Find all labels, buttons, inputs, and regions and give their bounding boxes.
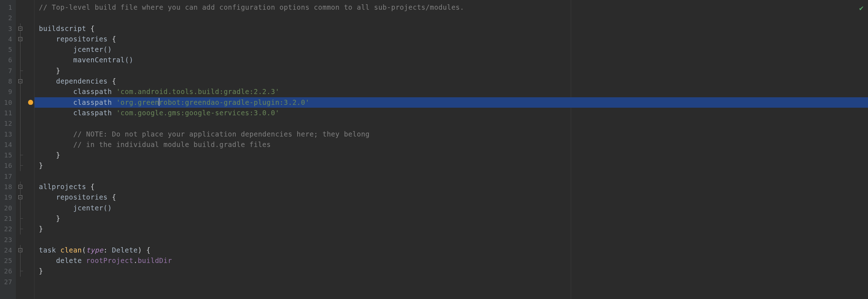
line-number: 12 xyxy=(0,118,16,129)
token: jcenter() xyxy=(73,204,112,212)
token: ) xyxy=(138,246,146,254)
line-number: 3 xyxy=(0,23,16,34)
token: Delete xyxy=(112,246,138,254)
line-number: 22 xyxy=(0,224,16,234)
token: clean xyxy=(60,246,82,254)
token: } xyxy=(39,225,43,233)
line-number: 16 xyxy=(0,160,16,171)
token: dependencies xyxy=(56,77,112,85)
line-number: 26 xyxy=(0,266,16,276)
code-line xyxy=(35,118,868,129)
line-number: 23 xyxy=(0,235,16,245)
token: delete xyxy=(56,256,86,264)
comment-text: // in the individual module build.gradle… xyxy=(73,140,271,148)
line-number: 27 xyxy=(0,277,16,287)
line-number: 11 xyxy=(0,108,16,118)
line-number: 14 xyxy=(0,139,16,150)
fold-gutter xyxy=(16,0,35,299)
code-line: repositories { xyxy=(35,34,868,44)
token: task xyxy=(39,246,60,254)
code-line: delete rootProject.buildDir xyxy=(35,255,868,266)
code-line: task clean(type: Delete) { xyxy=(35,245,868,255)
line-number: 19 xyxy=(0,192,16,202)
line-number: 7 xyxy=(0,66,16,76)
code-line: } xyxy=(35,160,868,171)
code-line: } xyxy=(35,224,868,234)
code-line: mavenCentral() xyxy=(35,55,868,65)
line-number: 4 xyxy=(0,34,16,44)
comment-text: // NOTE: Do not place your application d… xyxy=(73,130,370,138)
token: { xyxy=(90,24,95,32)
fold-toggle-icon[interactable] xyxy=(18,37,22,41)
code-line: // NOTE: Do not place your application d… xyxy=(35,129,868,139)
code-line: allprojects { xyxy=(35,182,868,192)
code-line: jcenter() xyxy=(35,44,868,55)
string-token: 'org.green xyxy=(116,98,159,106)
token: rootProject xyxy=(86,256,133,264)
intention-bulb-icon[interactable] xyxy=(28,100,33,105)
token: } xyxy=(56,67,60,75)
fold-toggle-icon[interactable] xyxy=(18,248,22,252)
line-number: 17 xyxy=(0,171,16,182)
line-number: 5 xyxy=(0,44,16,55)
token: } xyxy=(56,151,60,159)
code-line: } xyxy=(35,66,868,76)
fold-toggle-icon[interactable] xyxy=(18,79,22,83)
token: { xyxy=(90,183,95,191)
code-line: } xyxy=(35,213,868,224)
token: { xyxy=(112,77,116,85)
line-number: 1 xyxy=(0,2,16,13)
line-number: 20 xyxy=(0,203,16,213)
code-line xyxy=(35,171,868,182)
token: mavenCentral() xyxy=(73,56,134,64)
token: { xyxy=(146,246,151,254)
code-line: } xyxy=(35,150,868,160)
line-number: 2 xyxy=(0,13,16,23)
token: classpath xyxy=(73,88,116,95)
token: jcenter() xyxy=(73,45,112,53)
string-token: 'com.google.gms:google-services:3.0.0' xyxy=(116,109,280,117)
code-line xyxy=(35,235,868,245)
fold-toggle-icon[interactable] xyxy=(18,27,22,31)
string-token: 'com.android.tools.build:gradle:2.2.3' xyxy=(116,88,280,95)
code-line: dependencies { xyxy=(35,76,868,86)
token: { xyxy=(112,35,116,43)
token: : xyxy=(103,246,112,254)
code-area[interactable]: ✔ // Top-level build file where you can … xyxy=(35,0,868,299)
token: } xyxy=(56,214,60,222)
line-number: 8 xyxy=(0,76,16,86)
line-number: 18 xyxy=(0,182,16,192)
line-number: 21 xyxy=(0,213,16,224)
code-line xyxy=(35,13,868,23)
code-line: // in the individual module build.gradle… xyxy=(35,139,868,150)
fold-toggle-icon[interactable] xyxy=(18,185,22,189)
line-number: 9 xyxy=(0,86,16,97)
fold-toggle-icon[interactable] xyxy=(18,195,22,199)
line-number: 25 xyxy=(0,255,16,266)
code-line: classpath 'com.google.gms:google-service… xyxy=(35,108,868,118)
string-token: robot:greendao-gradle-plugin:3.2.0' xyxy=(159,98,309,106)
code-line: // Top-level build file where you can ad… xyxy=(35,2,868,13)
token: repositories xyxy=(56,193,112,201)
token: buildscript xyxy=(39,24,90,32)
code-line: jcenter() xyxy=(35,203,868,213)
line-number: 24 xyxy=(0,245,16,255)
line-number: 6 xyxy=(0,55,16,65)
token: type xyxy=(86,246,103,254)
token: } xyxy=(39,267,43,275)
code-line-selected: classpath 'org.greenrobot:greendao-gradl… xyxy=(35,97,868,108)
code-line: buildscript { xyxy=(35,23,868,34)
code-line: } xyxy=(35,266,868,276)
code-editor[interactable]: 1 2 3 4 5 6 7 8 9 10 11 12 13 14 15 16 1… xyxy=(0,0,868,299)
line-number: 13 xyxy=(0,129,16,139)
token: allprojects xyxy=(39,183,90,191)
token: classpath xyxy=(73,98,116,106)
token: repositories xyxy=(56,35,112,43)
token: ( xyxy=(82,246,86,254)
token: } xyxy=(39,161,43,169)
code-line xyxy=(35,277,868,287)
token: . xyxy=(134,256,138,264)
line-number-gutter: 1 2 3 4 5 6 7 8 9 10 11 12 13 14 15 16 1… xyxy=(0,0,16,299)
line-number: 10 xyxy=(0,97,16,108)
comment-text: // Top-level build file where you can ad… xyxy=(39,3,464,11)
